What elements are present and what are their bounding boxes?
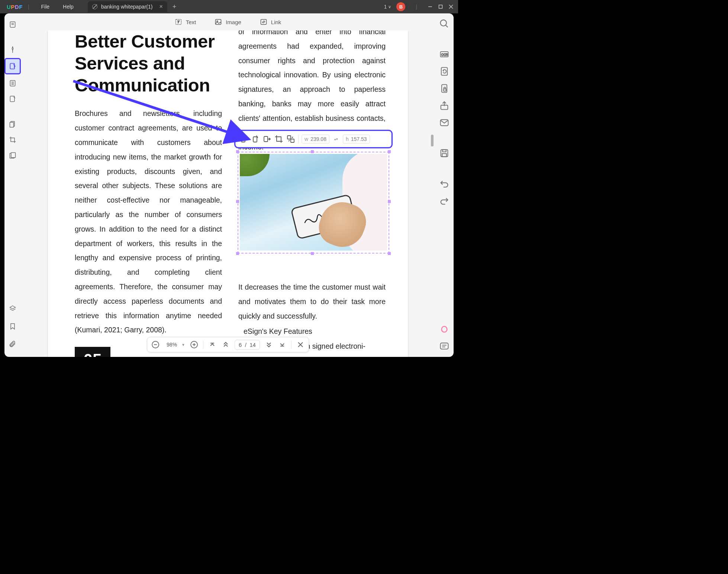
ai-icon[interactable] [439,324,450,335]
body-text-right-3: eSign's Key Features [238,324,386,339]
svg-rect-20 [216,19,221,24]
selected-image[interactable] [235,149,389,254]
save-icon[interactable] [439,148,450,158]
crop-tool[interactable] [7,134,19,146]
search-icon[interactable] [439,19,450,29]
extract-icon[interactable] [262,135,271,144]
svg-rect-23 [241,137,245,142]
mode-link[interactable]: Link [260,18,281,26]
email-icon[interactable] [439,117,450,128]
user-avatar[interactable]: B [396,2,405,11]
svg-rect-24 [253,137,257,142]
rotate-right-icon[interactable] [251,135,260,144]
comment-tool[interactable] [7,44,19,56]
svg-rect-48 [442,154,447,157]
maximize-button[interactable] [438,4,443,9]
protect-icon[interactable] [439,83,450,94]
width-field[interactable]: w239.08 [302,135,329,144]
new-tab-button[interactable]: + [173,3,177,11]
rotate-left-icon[interactable] [239,135,248,144]
prev-page-button[interactable] [221,340,230,349]
svg-rect-25 [264,136,268,142]
page-number-badge: 05 [75,347,110,357]
close-pager-button[interactable] [296,340,305,349]
replace-image-icon[interactable] [286,135,295,144]
svg-rect-8 [10,64,15,69]
layers-icon[interactable] [7,303,19,315]
form-tool[interactable] [7,93,19,105]
redact-tool[interactable] [7,149,19,161]
edit-mode-bar: TText Image Link [21,13,435,30]
svg-rect-26 [287,136,291,139]
pages-tool[interactable] [7,118,19,130]
svg-rect-47 [442,150,446,152]
svg-rect-43 [444,89,446,91]
zoom-dropdown[interactable]: 98%▼ [164,342,185,348]
next-page-button[interactable] [264,340,273,349]
zoom-in-button[interactable] [190,340,199,349]
ocr-icon[interactable]: OCR [439,49,450,59]
document-viewport[interactable]: Better Customer Services and Communicati… [21,30,435,357]
edit-tool[interactable] [4,58,21,74]
document-tab[interactable]: banking whitepapar(1) × [88,1,167,12]
last-page-button[interactable] [278,340,287,349]
zoom-out-button[interactable] [151,340,160,349]
svg-rect-15 [10,122,14,127]
swap-dims-icon[interactable]: ▴▾ [332,137,340,141]
close-button[interactable] [448,4,454,9]
page-heading: Better Customer Services and Communicati… [75,30,222,96]
menu-file[interactable]: File [35,4,57,10]
attachment-icon[interactable] [7,338,19,350]
tab-doc-icon [92,4,97,9]
comments-panel-icon[interactable] [439,341,450,352]
svg-rect-49 [441,343,448,349]
svg-text:OCR: OCR [441,53,448,57]
tab-close-icon[interactable]: × [159,3,162,10]
svg-rect-17 [11,153,16,158]
mode-image[interactable]: Image [215,18,241,26]
svg-point-38 [441,20,447,26]
pdf-page: Better Customer Services and Communicati… [48,30,408,357]
mode-text[interactable]: TText [175,18,196,26]
redo-icon[interactable] [439,196,450,206]
app-chrome: TText Image Link Better Customer Service… [4,13,454,357]
svg-rect-1 [439,5,442,9]
right-toolbar: OCR [435,13,454,357]
svg-rect-27 [291,139,294,142]
image-edit-toolbar: w239.08 ▴▾ h157.53 [235,131,392,147]
body-text-right-2: It decreases the time the customer must … [238,280,386,323]
share-icon[interactable] [439,100,450,111]
app-logo: UPDF [7,4,23,10]
svg-text:T: T [177,20,180,24]
minimize-button[interactable] [428,4,433,9]
bookmark-icon[interactable] [7,320,19,332]
vertical-scrollbar[interactable] [431,135,434,146]
tab-count[interactable]: 1∨ [384,4,392,10]
reader-tool[interactable] [7,19,19,30]
center-pane: TText Image Link Better Customer Service… [21,13,435,357]
first-page-button[interactable] [208,340,217,349]
undo-icon[interactable] [439,178,450,189]
tab-title: banking whitepapar(1) [101,4,153,10]
menu-help[interactable]: Help [56,4,80,10]
page-navigator: 98%▼ 6 / 14 [147,337,309,352]
left-toolbar [4,13,21,357]
page-field[interactable]: 6 / 14 [235,340,260,350]
convert-icon[interactable] [439,66,450,77]
organize-tool[interactable] [7,77,19,89]
svg-rect-22 [261,19,266,24]
svg-line-39 [446,25,448,28]
height-field[interactable]: h157.53 [343,135,370,144]
body-text-left: Brochures and newsletters, including cus… [75,106,222,337]
embedded-image [240,154,387,251]
title-bar: UPDF | File Help banking whitepapar(1) ×… [0,0,458,13]
crop-image-icon[interactable] [274,135,283,144]
